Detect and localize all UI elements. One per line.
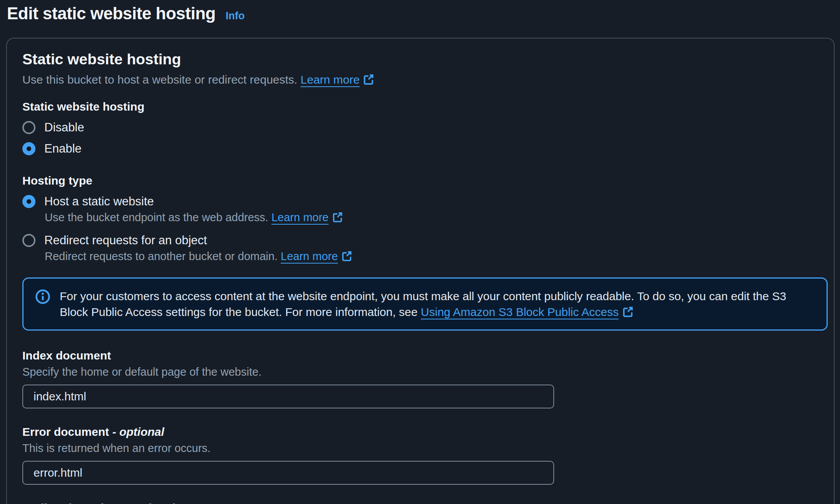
hosting-type-group: Hosting type Host a static website Use t… (22, 174, 818, 263)
error-document-input[interactable] (22, 461, 554, 485)
error-document-group: Error document - optional This is return… (22, 425, 818, 485)
info-alert: For your customers to access content at … (22, 277, 828, 331)
page-title: Edit static website hosting (7, 4, 215, 23)
radio-host-static[interactable] (22, 195, 35, 208)
radio-row-enable[interactable]: Enable (22, 142, 818, 156)
hosting-toggle-label: Static website hosting (22, 100, 818, 113)
optional-suffix: – optional (120, 502, 175, 504)
external-link-icon (332, 211, 343, 223)
card-description-text: Use this bucket to host a website or red… (22, 73, 297, 86)
learn-more-link-host-static[interactable]: Learn more (271, 211, 343, 223)
error-document-description: This is returned when an error occurs. (22, 442, 818, 455)
block-public-access-link[interactable]: Using Amazon S3 Block Public Access (421, 306, 634, 318)
radio-host-static-label[interactable]: Host a static website (44, 195, 154, 208)
radio-disable-label[interactable]: Disable (44, 121, 84, 134)
hosting-type-label: Hosting type (22, 174, 818, 187)
hosting-toggle-group: Static website hosting Disable Enable (22, 100, 818, 156)
radio-row-disable[interactable]: Disable (22, 121, 818, 134)
info-link[interactable]: Info (225, 10, 244, 22)
radio-redirect-label[interactable]: Redirect requests for an object (44, 234, 207, 247)
radio-row-redirect[interactable]: Redirect requests for an object (22, 234, 818, 247)
external-link-icon (363, 73, 375, 85)
index-document-description: Specify the home or default page of the … (22, 366, 818, 378)
edit-static-website-hosting-page: Edit static website hosting Info Static … (0, 0, 840, 504)
info-icon (35, 289, 50, 304)
external-link-icon (622, 306, 634, 318)
radio-enable-label[interactable]: Enable (44, 142, 82, 156)
redirection-rules-label: Redirection rules – optional (22, 502, 818, 504)
learn-more-link-redirect[interactable]: Learn more (281, 250, 353, 262)
radio-row-host-static[interactable]: Host a static website (22, 195, 818, 208)
radio-redirect-description: Redirect requests to another bucket or d… (45, 250, 818, 263)
radio-redirect[interactable] (22, 234, 35, 247)
card-heading: Static website hosting (22, 51, 818, 68)
card-description: Use this bucket to host a website or red… (22, 73, 818, 86)
external-link-icon (341, 250, 353, 262)
radio-enable[interactable] (22, 142, 35, 155)
index-document-group: Index document Specify the home or defau… (22, 349, 818, 408)
learn-more-link[interactable]: Learn more (301, 73, 375, 86)
info-alert-text: For your customers to access content at … (60, 288, 815, 320)
redirection-rules-group: Redirection rules – optional Redirection… (22, 502, 818, 504)
static-website-hosting-card: Static website hosting Use this bucket t… (6, 38, 835, 504)
error-document-label: Error document - optional (22, 425, 818, 438)
radio-disable[interactable] (22, 121, 35, 134)
index-document-input[interactable] (22, 385, 554, 408)
optional-suffix: - optional (112, 425, 164, 438)
index-document-label: Index document (22, 349, 818, 362)
radio-host-static-description: Use the bucket endpoint as the web addre… (45, 211, 818, 224)
page-header: Edit static website hosting Info (6, 4, 835, 23)
